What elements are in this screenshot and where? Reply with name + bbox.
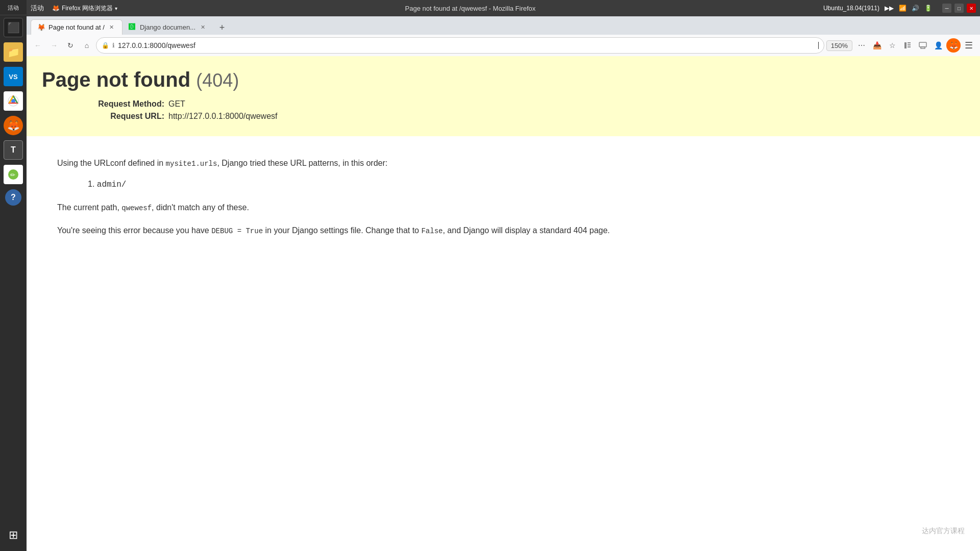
new-tab-button[interactable]: + bbox=[215, 20, 229, 35]
taskbar-files[interactable]: 📁 bbox=[4, 42, 23, 62]
status-code: (404) bbox=[196, 70, 239, 91]
firefox-icon-small: 🦊 bbox=[52, 5, 60, 12]
browser-window: 🦊 Page not found at / ✕ 🅳 Django documen… bbox=[27, 16, 980, 551]
current-path-code: qwewesf bbox=[121, 204, 152, 212]
url-text[interactable]: 127.0.0.1:8000/qwewesf bbox=[118, 41, 815, 49]
tab-page-not-found[interactable]: 🦊 Page not found at / ✕ bbox=[31, 19, 122, 35]
request-url-row: Request URL: http://127.0.0.1:8000/qwewe… bbox=[83, 112, 965, 121]
taskbar-firefox[interactable]: 🦊 bbox=[4, 116, 23, 135]
error-header: Page not found (404) Request Method: GET… bbox=[27, 56, 980, 136]
security-icon: 🔒 bbox=[102, 42, 109, 49]
page-body: Page not found (404) Request Method: GET… bbox=[27, 56, 980, 551]
svg-rect-9 bbox=[921, 47, 925, 48]
info-icon: ℹ bbox=[112, 42, 115, 49]
tab-bar: 🦊 Page not found at / ✕ 🅳 Django documen… bbox=[27, 16, 980, 35]
taskbar-terminal[interactable]: ⬛ bbox=[4, 18, 23, 37]
activities-button[interactable]: 活动 bbox=[31, 4, 44, 13]
urlconf-code: mysite1.urls bbox=[166, 160, 217, 168]
os-taskbar: 活动 ⬛ 📁 VS 🦊 T ✏ ? ⊞ bbox=[0, 0, 27, 551]
tab2-favicon: 🅳 bbox=[129, 23, 137, 31]
system-bar: 活动 🦊 Firefox 网络浏览器 ▾ Page not found at /… bbox=[27, 0, 980, 16]
firefox-menu-label[interactable]: 🦊 Firefox 网络浏览器 ▾ bbox=[52, 4, 117, 13]
error-title: Page not found (404) bbox=[42, 68, 965, 91]
system-right-area: Ubuntu_18.04(1911) ▶▶ 📶 🔊 🔋 ─ □ ✕ bbox=[823, 4, 976, 13]
debug-note-middle: in your Django settings file. Change tha… bbox=[263, 226, 421, 235]
reader-view-button[interactable] bbox=[900, 38, 915, 53]
firefox-account-button[interactable]: 👤 bbox=[931, 38, 945, 53]
window-controls: ─ □ ✕ bbox=[942, 4, 976, 13]
address-bar[interactable]: 🔒 ℹ 127.0.0.1:8000/qwewesf bbox=[96, 37, 824, 54]
svg-rect-5 bbox=[908, 42, 911, 43]
debug-false-code: False bbox=[421, 227, 443, 235]
error-title-text: Page not found bbox=[42, 68, 190, 91]
minimize-button[interactable]: ─ bbox=[942, 4, 951, 13]
system-controls[interactable]: ▶▶ bbox=[885, 5, 894, 12]
tab-django-docs[interactable]: 🅳 Django documen... ✕ bbox=[122, 19, 213, 35]
battery-icon[interactable]: 🔋 bbox=[924, 5, 932, 12]
debug-note-prefix: You're seeing this error because you hav… bbox=[57, 226, 211, 235]
nav-right-icons: ⋯ 📥 ☆ 👤 🦊 ☰ bbox=[854, 38, 976, 53]
description-section: Using the URLconf defined in mysite1.url… bbox=[42, 146, 965, 247]
firefox-text: Firefox 网络浏览器 bbox=[62, 4, 113, 13]
tab1-favicon: 🦊 bbox=[37, 23, 45, 32]
tab2-title: Django documen... bbox=[140, 23, 195, 31]
request-table: Request Method: GET Request URL: http://… bbox=[83, 99, 965, 121]
request-url-value: http://127.0.0.1:8000/qwewesf bbox=[168, 112, 277, 121]
forward-button[interactable]: → bbox=[47, 38, 61, 53]
request-method-label: Request Method: bbox=[83, 99, 164, 109]
debug-setting-code: DEBUG = True bbox=[211, 227, 263, 235]
tab1-title: Page not found at / bbox=[48, 23, 105, 31]
taskbar-vscode[interactable]: VS bbox=[4, 67, 23, 86]
taskbar-appgrid[interactable]: ⊞ bbox=[4, 525, 23, 545]
hamburger-menu-button[interactable]: ☰ bbox=[962, 38, 976, 53]
synced-tabs-button[interactable] bbox=[916, 38, 930, 53]
request-method-value: GET bbox=[168, 99, 185, 109]
tab1-close[interactable]: ✕ bbox=[108, 23, 116, 32]
svg-rect-4 bbox=[904, 42, 906, 48]
debug-note-suffix: , and Django will display a standard 404… bbox=[443, 226, 609, 235]
svg-rect-7 bbox=[908, 46, 911, 47]
ubuntu-label: Ubuntu_18.04(1911) bbox=[823, 5, 879, 12]
taskbar-help[interactable]: ? bbox=[5, 189, 21, 206]
extensions-button[interactable]: ⋯ bbox=[854, 38, 869, 53]
pocket-button[interactable]: 📥 bbox=[870, 38, 884, 53]
current-path-suffix: , didn't match any of these. bbox=[152, 203, 249, 212]
network-icon[interactable]: 📶 bbox=[899, 5, 906, 12]
current-path-prefix: The current path, bbox=[57, 203, 121, 212]
bookmark-button[interactable]: ☆ bbox=[885, 38, 899, 53]
window-title: Page not found at /qwewesf - Mozilla Fir… bbox=[117, 5, 823, 12]
svg-rect-8 bbox=[919, 42, 926, 47]
url-item-path: admin/ bbox=[97, 180, 127, 189]
svg-rect-6 bbox=[908, 44, 911, 45]
debug-note: You're seeing this error because you hav… bbox=[57, 224, 949, 237]
maximize-button[interactable]: □ bbox=[954, 4, 964, 13]
taskbar-inkscape[interactable]: ✏ bbox=[4, 165, 23, 184]
desc1-suffix: , Django tried these URL patterns, in th… bbox=[217, 159, 387, 167]
text-cursor bbox=[818, 42, 819, 49]
close-button[interactable]: ✕ bbox=[967, 4, 976, 13]
sound-icon[interactable]: 🔊 bbox=[912, 5, 919, 12]
url-item-number: 1. bbox=[88, 180, 94, 188]
current-path-desc: The current path, qwewesf, didn't match … bbox=[57, 201, 949, 214]
nav-bar: ← → ↻ ⌂ 🔒 ℹ 127.0.0.1:8000/qwewesf 150% … bbox=[27, 35, 980, 56]
taskbar-texteditor[interactable]: T bbox=[4, 140, 23, 160]
home-button[interactable]: ⌂ bbox=[80, 38, 94, 53]
url-pattern-item: 1. admin/ bbox=[88, 176, 949, 193]
desc1-prefix: Using the URLconf defined in bbox=[57, 159, 166, 167]
zoom-level: 150% bbox=[826, 40, 852, 51]
request-url-label: Request URL: bbox=[83, 112, 164, 121]
reload-button[interactable]: ↻ bbox=[63, 38, 78, 53]
url-patterns-desc: Using the URLconf defined in mysite1.url… bbox=[57, 157, 949, 170]
activities-label[interactable]: 活动 bbox=[0, 0, 27, 15]
back-button[interactable]: ← bbox=[31, 38, 45, 53]
url-patterns-list: 1. admin/ bbox=[88, 176, 949, 193]
svg-text:✏: ✏ bbox=[10, 171, 15, 179]
tab2-close[interactable]: ✕ bbox=[199, 23, 207, 31]
taskbar-chrome[interactable] bbox=[4, 91, 23, 111]
firefox-logo-button[interactable]: 🦊 bbox=[946, 38, 961, 53]
request-method-row: Request Method: GET bbox=[83, 99, 965, 109]
